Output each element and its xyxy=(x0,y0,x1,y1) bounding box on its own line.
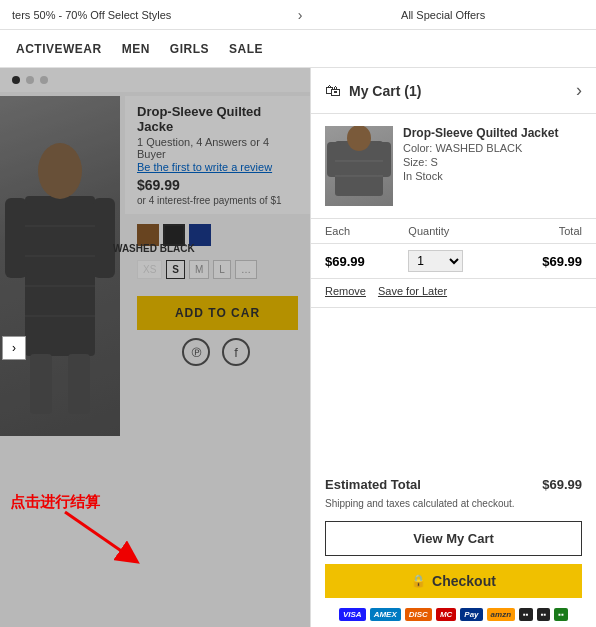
view-cart-button[interactable]: View My Cart xyxy=(325,521,582,556)
size-more[interactable]: … xyxy=(235,260,257,279)
product-image-person xyxy=(0,96,120,436)
svg-rect-3 xyxy=(93,198,115,278)
annotation-arrow xyxy=(55,502,145,572)
product-qa: 1 Question, 4 Answers or 4 Buyer xyxy=(137,136,298,160)
svg-rect-15 xyxy=(377,142,391,177)
cart-bag-icon: 🛍 xyxy=(325,82,341,100)
cart-shipping-note: Shipping and taxes calculated at checkou… xyxy=(311,496,596,517)
lock-icon: 🔒 xyxy=(411,574,426,588)
product-page: Drop-Sleeve Quilted Jacke 1 Question, 4 … xyxy=(0,68,310,627)
svg-rect-2 xyxy=(5,198,27,278)
pay-badge-8: ▪▪ xyxy=(554,608,568,621)
dot-2[interactable] xyxy=(26,76,34,84)
size-buttons: XS S M L … xyxy=(125,260,310,279)
discover-badge: DISC xyxy=(405,608,432,621)
prev-arrow[interactable]: › xyxy=(2,336,26,360)
cart-item-details: Drop-Sleeve Quilted Jacket Color: WASHED… xyxy=(403,126,582,206)
price-qty: 1 2 3 xyxy=(408,250,512,272)
close-cart-button[interactable]: › xyxy=(576,80,582,101)
product-price: $69.99 xyxy=(137,177,298,193)
carousel-dots xyxy=(0,68,310,92)
checkout-button[interactable]: 🔒 Checkout xyxy=(325,564,582,598)
cart-estimated: Estimated Total $69.99 xyxy=(311,467,596,496)
cart-item-img-inner xyxy=(325,126,393,206)
paypal-badge: Pay xyxy=(460,608,482,621)
promo-bar: ters 50% - 70% Off Select Styles › All S… xyxy=(0,0,596,30)
cart-actions: Remove Save for Later xyxy=(311,279,596,308)
cart-item-stock: In Stock xyxy=(403,170,582,182)
mastercard-badge: MC xyxy=(436,608,456,621)
pinterest-icon[interactable]: ℗ xyxy=(182,338,210,366)
color-label: WASHED BLACK xyxy=(113,243,298,254)
estimated-label: Estimated Total xyxy=(325,477,421,492)
product-payment-note: or 4 interest-free payments of $1 xyxy=(137,195,298,206)
nav-men[interactable]: MEN xyxy=(122,42,150,56)
cart-item-size: Size: S xyxy=(403,156,582,168)
save-later-link[interactable]: Save for Later xyxy=(378,285,447,297)
col-each-label: Each xyxy=(325,225,408,237)
svg-point-1 xyxy=(38,143,82,199)
cart-item-name: Drop-Sleeve Quilted Jacket xyxy=(403,126,582,140)
cart-panel: 🛍 My Cart (1) › Drop-Sle xyxy=(310,68,596,627)
checkout-label: Checkout xyxy=(432,573,496,589)
main-content: Drop-Sleeve Quilted Jacke 1 Question, 4 … xyxy=(0,68,596,627)
svg-point-13 xyxy=(347,126,371,151)
size-l[interactable]: L xyxy=(213,260,231,279)
nav-activewear[interactable]: ACTIVEWEAR xyxy=(16,42,102,56)
cart-spacer xyxy=(311,308,596,467)
svg-rect-5 xyxy=(68,354,90,414)
amex-badge: AMEX xyxy=(370,608,401,621)
svg-rect-0 xyxy=(25,196,95,356)
add-to-cart-button[interactable]: ADD TO CAR xyxy=(137,296,298,330)
size-s[interactable]: S xyxy=(166,260,185,279)
cart-item-image xyxy=(325,126,393,206)
dot-1[interactable] xyxy=(12,76,20,84)
estimated-value: $69.99 xyxy=(542,477,582,492)
col-total-label: Total xyxy=(513,225,582,237)
price-each: $69.99 xyxy=(325,254,408,269)
cart-item-color: Color: WASHED BLACK xyxy=(403,142,582,154)
price-total: $69.99 xyxy=(513,254,582,269)
promo-text: ters 50% - 70% Off Select Styles xyxy=(12,9,294,21)
cart-header: 🛍 My Cart (1) › xyxy=(311,68,596,114)
svg-rect-14 xyxy=(327,142,341,177)
product-info-panel: Drop-Sleeve Quilted Jacke 1 Question, 4 … xyxy=(125,96,310,214)
cart-table-header: Each Quantity Total xyxy=(311,219,596,244)
product-title: Drop-Sleeve Quilted Jacke xyxy=(137,104,298,134)
add-to-cart-section: ADD TO CAR xyxy=(125,296,310,330)
size-xs[interactable]: XS xyxy=(137,260,162,279)
nav-sale[interactable]: SALE xyxy=(229,42,263,56)
svg-rect-4 xyxy=(30,354,52,414)
size-m[interactable]: M xyxy=(189,260,209,279)
pay-badge-6: ▪▪ xyxy=(519,608,533,621)
promo-text2: All Special Offers xyxy=(302,9,584,21)
nav-girls[interactable]: GIRLS xyxy=(170,42,209,56)
dot-3[interactable] xyxy=(40,76,48,84)
pay-badge-7: ▪▪ xyxy=(537,608,551,621)
product-review-link[interactable]: Be the first to write a review xyxy=(137,161,298,173)
amazon-badge: amzn xyxy=(487,608,515,621)
cart-title: My Cart (1) xyxy=(349,83,576,99)
svg-line-11 xyxy=(65,512,130,557)
nav-bar: ACTIVEWEAR MEN GIRLS SALE xyxy=(0,30,596,68)
remove-link[interactable]: Remove xyxy=(325,285,366,297)
cart-price-row: $69.99 1 2 3 $69.99 xyxy=(311,244,596,279)
cart-item: Drop-Sleeve Quilted Jacket Color: WASHED… xyxy=(311,114,596,219)
social-icons: ℗ f xyxy=(182,338,250,366)
facebook-icon[interactable]: f xyxy=(222,338,250,366)
product-image xyxy=(0,96,120,436)
payment-icons: VISA AMEX DISC MC Pay amzn ▪▪ ▪▪ ▪▪ xyxy=(311,602,596,627)
visa-badge: VISA xyxy=(339,608,366,621)
col-qty-label: Quantity xyxy=(408,225,512,237)
quantity-select[interactable]: 1 2 3 xyxy=(408,250,463,272)
